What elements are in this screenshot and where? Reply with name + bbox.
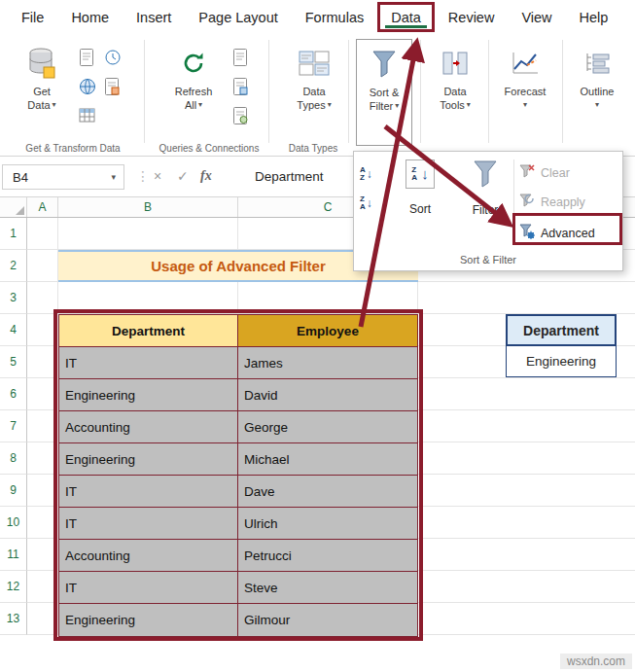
cell-department[interactable]: Engineering: [59, 604, 238, 636]
cell[interactable]: [27, 410, 58, 442]
cell-employee[interactable]: Petrucci: [238, 540, 417, 572]
cell[interactable]: [418, 282, 635, 314]
cell[interactable]: [27, 378, 58, 410]
outline-rows-icon: [583, 42, 611, 85]
tab-insert[interactable]: Insert: [123, 0, 185, 34]
tab-view[interactable]: View: [508, 0, 565, 34]
cell[interactable]: [418, 507, 635, 539]
from-table-range-icon[interactable]: [78, 105, 97, 126]
cell[interactable]: [27, 603, 58, 635]
data-tools-button[interactable]: Data Tools▾: [426, 42, 484, 112]
row-header-12[interactable]: 12: [0, 571, 27, 603]
cell-department[interactable]: IT: [59, 508, 238, 540]
tab-review[interactable]: Review: [435, 0, 509, 34]
cell[interactable]: [27, 282, 58, 314]
cell-department[interactable]: Engineering: [59, 379, 238, 411]
cell-department[interactable]: IT: [59, 476, 238, 508]
tab-home[interactable]: Home: [57, 0, 123, 34]
existing-connections-icon[interactable]: [103, 76, 123, 97]
table-header-department[interactable]: Department: [59, 315, 238, 347]
cell[interactable]: [27, 442, 58, 475]
tab-page-layout[interactable]: Page Layout: [185, 0, 291, 34]
cell[interactable]: [27, 218, 58, 250]
cell[interactable]: [27, 250, 58, 282]
cell-employee[interactable]: Gilmour: [238, 604, 417, 636]
cell[interactable]: [418, 539, 635, 571]
cell-department[interactable]: Accounting: [59, 540, 238, 572]
advanced-menu-item[interactable]: Advanced: [519, 224, 595, 242]
cell[interactable]: [418, 571, 635, 603]
row-header-6[interactable]: 6: [0, 378, 27, 410]
cell[interactable]: [418, 475, 635, 507]
cell-department[interactable]: IT: [59, 572, 238, 604]
from-text-csv-icon[interactable]: [78, 47, 97, 68]
row-header-2[interactable]: 2: [0, 250, 27, 282]
cell[interactable]: [27, 314, 58, 346]
row-header-3[interactable]: 3: [0, 282, 27, 314]
tab-data[interactable]: Data: [377, 2, 435, 32]
cell[interactable]: [27, 539, 58, 571]
recent-sources-icon[interactable]: [103, 47, 123, 68]
tab-help[interactable]: Help: [566, 0, 622, 34]
cell-department[interactable]: Engineering: [59, 443, 238, 476]
row-header-8[interactable]: 8: [0, 442, 27, 475]
select-all-corner[interactable]: [0, 197, 27, 217]
column-header-b[interactable]: B: [58, 197, 238, 217]
table-header-employee[interactable]: Employee: [238, 315, 417, 347]
chevron-down-icon[interactable]: ▾: [111, 172, 116, 182]
outline-button[interactable]: Outline ▾: [568, 42, 626, 112]
cancel-icon[interactable]: ×: [154, 168, 161, 184]
custom-sort-button[interactable]: ZA ↓ Sort: [397, 159, 443, 216]
filter-button[interactable]: Filter: [463, 159, 508, 217]
tab-formulas[interactable]: Formulas: [292, 0, 377, 34]
cell-employee[interactable]: James: [238, 347, 417, 379]
sort-and-filter-button[interactable]: Sort & Filter▾: [356, 39, 412, 146]
tab-file[interactable]: File: [8, 0, 57, 34]
sort-ascending-icon[interactable]: AZ ↓: [360, 161, 387, 187]
row-header-5[interactable]: 5: [0, 346, 27, 378]
cell[interactable]: [418, 378, 635, 410]
cell[interactable]: [238, 282, 418, 314]
cell-employee[interactable]: George: [238, 411, 417, 443]
insert-function-icon[interactable]: fx: [200, 168, 212, 184]
cell[interactable]: [27, 346, 58, 378]
cell-department[interactable]: IT: [59, 347, 238, 379]
cell-department[interactable]: Accounting: [59, 411, 238, 443]
properties-icon[interactable]: [231, 76, 251, 97]
from-web-icon[interactable]: [78, 76, 97, 97]
criteria-header[interactable]: Department: [506, 314, 617, 346]
forecast-button[interactable]: Forecast ▾: [494, 42, 556, 112]
column-header-a[interactable]: A: [27, 197, 58, 217]
cell[interactable]: [27, 507, 58, 539]
queries-connections-icon[interactable]: [231, 47, 251, 68]
row-header-1[interactable]: 1: [0, 218, 27, 250]
criteria-value[interactable]: Engineering: [506, 346, 617, 377]
refresh-all-button[interactable]: Refresh All▾: [163, 42, 224, 112]
cell-employee[interactable]: Dave: [238, 476, 417, 508]
cell-employee[interactable]: Steve: [238, 572, 417, 604]
row-header-4[interactable]: 4: [0, 314, 27, 346]
name-box[interactable]: B4 ▾: [2, 164, 124, 190]
edit-links-icon[interactable]: [231, 105, 251, 126]
cell-employee[interactable]: David: [238, 379, 417, 411]
cell-employee[interactable]: Michael: [238, 443, 417, 476]
cell[interactable]: [27, 571, 58, 603]
row-header-11[interactable]: 11: [0, 539, 27, 571]
cell-employee[interactable]: Ulrich: [238, 508, 417, 540]
cell[interactable]: [27, 475, 58, 507]
data-types-button[interactable]: Data Types▾: [284, 42, 344, 112]
row-header-9[interactable]: 9: [0, 475, 27, 507]
enter-icon[interactable]: ✓: [177, 168, 189, 184]
cell[interactable]: [58, 282, 238, 314]
cell[interactable]: [418, 442, 635, 475]
row-header-7[interactable]: 7: [0, 410, 27, 442]
row-header-13[interactable]: 13: [0, 603, 27, 635]
cell[interactable]: [418, 410, 635, 442]
sort-descending-icon[interactable]: ZA ↓: [360, 191, 387, 216]
cell[interactable]: [418, 603, 635, 635]
formula-input[interactable]: Department: [255, 169, 324, 184]
cell[interactable]: [58, 218, 238, 250]
row-header-10[interactable]: 10: [0, 507, 27, 539]
drag-handle-icon[interactable]: ⋮: [136, 168, 150, 184]
get-data-button[interactable]: Get Data▾: [12, 42, 72, 112]
